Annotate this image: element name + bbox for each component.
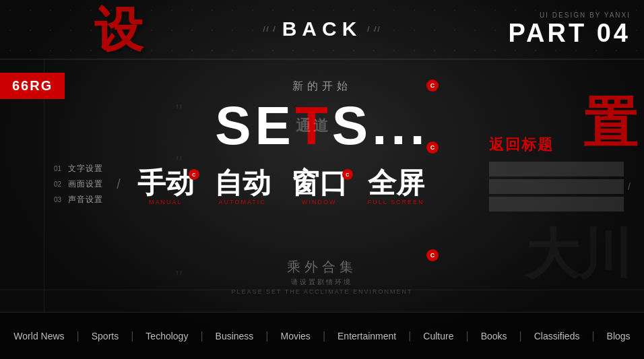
list-text-2[interactable]: 画面设置	[68, 178, 103, 190]
bar-row-1	[489, 162, 631, 176]
cc-badge-window: C	[342, 169, 353, 180]
sets-wrapper: SET 通道 S...	[215, 99, 429, 153]
list-num-2: 02	[54, 181, 61, 188]
menu-btn-manual-label: 手动 C	[137, 169, 194, 197]
sets-letter-s2: S...	[332, 96, 429, 156]
nav-item-world-news[interactable]: World News	[1, 331, 76, 341]
progress-bar-3	[489, 197, 624, 211]
sets-title: SET 通道 S...	[215, 99, 429, 153]
menu-btn-manual[interactable]: 手动 C MANUAL	[127, 169, 204, 205]
nav-item-blogs[interactable]: Blogs	[595, 331, 643, 341]
nav-item-techology[interactable]: Techology	[133, 331, 200, 341]
nav-item-movies[interactable]: Movies	[269, 331, 323, 341]
back-dec-right: / //	[367, 25, 381, 33]
nav-item-classifieds[interactable]: Classifieds	[522, 331, 592, 341]
menu-left-list: 01 文字设置 02 画面设置 03 声音设置	[54, 163, 103, 205]
nav-items: World News | Sports | Techology | Busine…	[1, 330, 642, 342]
nav-item-entertainment[interactable]: Entertainment	[325, 331, 408, 341]
env-label: 请设置剧情环境	[291, 278, 352, 287]
right-panel: 返回标题 /	[489, 135, 631, 211]
back-label[interactable]: BACK	[282, 18, 362, 40]
list-text-3[interactable]: 声音设置	[68, 194, 103, 205]
return-title[interactable]: 返回标题	[489, 135, 631, 155]
back-decorators: // / BACK / //	[263, 18, 381, 40]
channel-overlay: 通道	[296, 119, 331, 133]
progress-bar-2	[489, 179, 624, 194]
nav-item-books[interactable]: Books	[469, 331, 519, 341]
bar-row-2: /	[489, 179, 631, 194]
list-item: 02 画面设置	[54, 178, 103, 190]
list-text-1[interactable]: 文字设置	[68, 163, 103, 174]
part-label: PART 04	[509, 19, 631, 48]
char-she-icon: 设	[94, 5, 143, 54]
bottom-nav: World News | Sports | Techology | Busine…	[0, 312, 644, 359]
menu-btn-automatic[interactable]: 自动 AUTOMATIC	[204, 169, 281, 205]
sets-letter-t: T 通道	[295, 99, 332, 153]
nav-item-business[interactable]: Business	[203, 331, 266, 341]
ui-design-text: UI DESIGN BY YANXI	[540, 11, 631, 19]
menu-btn-window-label: 窗口 C	[291, 169, 348, 197]
c-circle-3: C	[426, 249, 439, 261]
progress-bar-1	[489, 162, 624, 176]
sets-letter-s1: S	[215, 96, 255, 156]
list-item: 03 声音设置	[54, 194, 103, 205]
menu-btn-automatic-label: 自动	[214, 169, 271, 197]
menu-btn-automatic-sub: AUTOMATIC	[219, 199, 266, 205]
menu-btn-fullscreen-label: 全屏	[368, 169, 424, 197]
back-dec-left: // /	[263, 25, 276, 33]
menu-btn-manual-sub: MANUAL	[149, 199, 183, 205]
env-section: 乘外合集 请设置剧情环境 PLEASE SET THE ACCLIMATE EN…	[231, 258, 412, 295]
nav-item-culture[interactable]: Culture	[411, 331, 465, 341]
header-center: // / BACK / //	[263, 18, 381, 42]
nav-item-sports[interactable]: Sports	[79, 331, 131, 341]
c-circle-1: C	[426, 79, 439, 92]
cc-badge-manual: C	[189, 169, 199, 180]
menu-btn-fullscreen-sub: FULL SCREEN	[368, 199, 424, 205]
list-num-3: 03	[54, 196, 61, 203]
header: 设 // / BACK / // UI DESIGN BY YANXI PART…	[0, 0, 644, 59]
menu-btn-window[interactable]: 窗口 C WINDOW	[281, 169, 358, 205]
bar-row-3	[489, 197, 631, 211]
slash-left-icon: /	[117, 176, 121, 192]
list-item: 01 文字设置	[54, 163, 103, 174]
header-right: UI DESIGN BY YANXI PART 04	[509, 11, 631, 48]
env-instruction: PLEASE SET THE ACCLIMATE ENVIRONMENT	[231, 288, 412, 295]
env-chinese: 乘外合集	[287, 258, 357, 276]
logo-badge: 66RG	[0, 73, 65, 99]
menu-btn-fullscreen[interactable]: 全屏 FULL SCREEN	[358, 169, 434, 205]
menu-btn-window-sub: WINDOW	[302, 199, 337, 205]
c-circle-2: C	[426, 141, 439, 154]
list-num-1: 01	[54, 165, 61, 172]
slash-right-icon: /	[628, 181, 631, 192]
header-left: 设	[13, 5, 143, 54]
subtitle-chinese: 新的开始	[292, 79, 352, 94]
sets-letter-e: E	[255, 96, 295, 156]
